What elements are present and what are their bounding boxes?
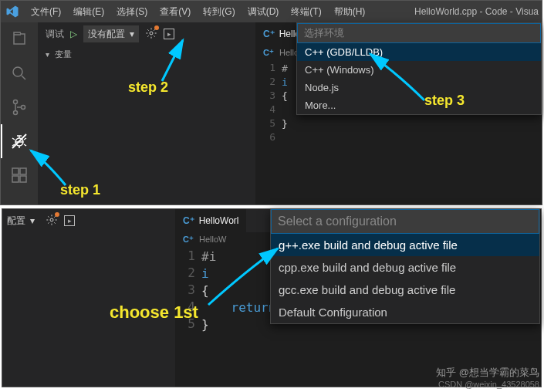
config-option-default[interactable]: Default Configuration [271, 301, 539, 323]
open-launch-json-button-2[interactable] [46, 214, 58, 228]
menu-edit[interactable]: 编辑(E) [68, 4, 110, 20]
editor-tab-2[interactable]: C⁺ HelloWorl [175, 209, 246, 232]
variables-label: 变量 [55, 49, 72, 59]
variables-section-header[interactable]: ▾ 变量 [38, 46, 255, 63]
debug-console-button[interactable]: ▸ [164, 29, 174, 39]
chevron-down-icon: ▾ [30, 215, 35, 226]
debug-console-button-2[interactable]: ▸ [64, 215, 75, 226]
menu-help[interactable]: 帮助(H) [329, 4, 371, 20]
svg-rect-8 [20, 176, 26, 182]
menu-debug[interactable]: 调试(D) [242, 4, 285, 20]
menu-goto[interactable]: 转到(G) [198, 4, 240, 20]
vscode-logo-icon [5, 5, 19, 19]
activity-extensions[interactable] [1, 158, 38, 192]
svg-point-10 [50, 218, 53, 221]
svg-point-2 [14, 111, 18, 115]
open-launch-json-button[interactable] [145, 27, 157, 42]
svg-point-9 [150, 32, 153, 35]
environment-picker: 选择环境 C++ (GDB/LLDB) C++ (Windows) Node.j… [296, 22, 542, 115]
svg-point-3 [22, 106, 25, 110]
debug-toolbar: 调试 ▷ 没有配置 ▾ ▸ [38, 22, 255, 46]
activity-search[interactable] [1, 56, 38, 90]
line-gutter-2: 12345 [175, 247, 201, 387]
config-option-gcc[interactable]: gcc.exe build and debug active file [271, 279, 539, 301]
debug-sidebar: 调试 ▷ 没有配置 ▾ ▸ ▾ 变量 [38, 22, 255, 204]
debug-label: 调试 [46, 28, 64, 41]
config-option-cpp[interactable]: cpp.exe build and debug active file [271, 256, 539, 279]
activity-scm[interactable] [1, 90, 38, 124]
configuration-picker-input[interactable]: Select a configuration [271, 209, 539, 234]
window-title: HelloWorld.cpp - Code - Visua [414, 6, 539, 17]
menu-select[interactable]: 选择(S) [111, 4, 153, 20]
configuration-picker: Select a configuration g++.exe build and… [270, 208, 540, 324]
cpp-file-icon: C⁺ [183, 235, 194, 244]
activity-bar [1, 22, 38, 204]
svg-rect-6 [20, 168, 26, 174]
environment-picker-input[interactable]: 选择环境 [297, 23, 541, 43]
config-option-gpp[interactable]: g++.exe build and debug active file [271, 234, 539, 256]
debug-config-combo-2[interactable]: 配置 ▾ [7, 212, 39, 229]
menu-view[interactable]: 查看(V) [154, 4, 196, 20]
tab-label-2: HelloWorl [199, 215, 239, 226]
chevron-down-icon: ▾ [46, 50, 49, 59]
cpp-file-icon: C⁺ [263, 29, 275, 39]
watermark: 知乎 @想当学霸的菜鸟 CSDN @weixin_43528058 [436, 366, 539, 389]
svg-rect-7 [12, 176, 19, 182]
watermark-csdn: CSDN @weixin_43528058 [436, 380, 539, 389]
debug-config-text: 没有配置 [88, 28, 125, 41]
menu-file[interactable]: 文件(F) [25, 4, 66, 20]
env-option-gdb-lldb[interactable]: C++ (GDB/LLDB) [297, 43, 541, 61]
svg-point-0 [13, 67, 22, 76]
menu-terminal[interactable]: 终端(T) [286, 4, 326, 20]
breadcrumb-label-2: HelloW [199, 235, 226, 244]
titlebar: 文件(F) 编辑(E) 选择(S) 查看(V) 转到(G) 调试(D) 终端(T… [1, 1, 542, 22]
svg-rect-5 [12, 168, 19, 174]
svg-point-1 [14, 100, 18, 104]
debug-toolbar-2: 配置 ▾ ▸ [2, 209, 175, 232]
cpp-file-icon: C⁺ [263, 48, 274, 57]
env-option-more[interactable]: More... [297, 96, 541, 114]
line-gutter: 123456 [255, 60, 282, 204]
watermark-zhihu: 知乎 @想当学霸的菜鸟 [436, 367, 539, 378]
debug-sidebar-2: 配置 ▾ ▸ [2, 209, 175, 387]
debug-config-text-2: 配置 [7, 215, 25, 228]
environment-picker-placeholder: 选择环境 [304, 26, 344, 40]
activity-debug[interactable] [1, 124, 38, 158]
chevron-down-icon: ▾ [130, 29, 134, 39]
env-option-windows[interactable]: C++ (Windows) [297, 61, 541, 79]
debug-config-combo[interactable]: 没有配置 ▾ [83, 25, 139, 42]
cpp-file-icon: C⁺ [183, 215, 194, 226]
start-debug-button[interactable]: ▷ [70, 29, 77, 39]
configuration-picker-placeholder: Select a configuration [278, 215, 397, 228]
env-option-nodejs[interactable]: Node.js [297, 79, 541, 96]
activity-explorer[interactable] [1, 22, 38, 56]
